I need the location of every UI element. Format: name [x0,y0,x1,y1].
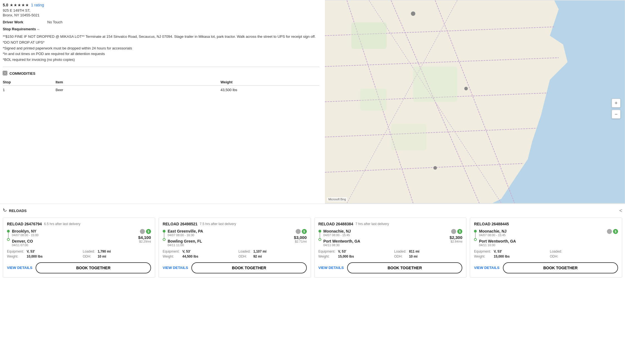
commodities-icon [3,71,7,76]
dest-dot [163,238,165,241]
price-per-mi: $2.29/mi [138,240,151,243]
route-dots [318,229,321,241]
stop-req-value: -- [37,27,39,31]
origin-city: Brooklyn, NY [12,229,138,233]
dest-date: 04/11 07:00 [12,243,138,247]
note-4: *BOL required for invoicing (no photo co… [3,57,319,63]
card-actions: VIEW DETAILS BOOK TOGETHER [318,262,463,273]
col-weight-header: Weight [221,79,320,86]
reload-timing: 6.5 hrs after last delivery [44,222,80,226]
eq-label-equipment: Equipment: [163,250,180,253]
reloads-header: RELOADS < [3,208,622,214]
stop-req-label: Stop Requirements [3,27,36,31]
route-line [8,233,9,238]
rating-link[interactable]: 1 rating [31,3,44,7]
origin-date: 04/07 08:00 - 15:45 [479,233,607,237]
origin-dot [7,230,10,233]
table-row: 1 Beer 43,500 lbs [3,85,319,94]
origin-dot [318,230,321,233]
driver-work-label: Driver Work [3,20,39,24]
equipment-row: Equipment: V, 53' Loaded: 1,107 mi Weigh… [163,250,307,258]
book-together-button[interactable]: BOOK TOGETHER [191,262,307,273]
equipment-row: Equipment: V, 53' Loaded: 1,790 mi Weigh… [7,250,151,258]
collapse-button[interactable]: < [619,208,622,214]
route-info: Moonachie, NJ 04/07 08:00 - 15:45 Port W… [323,229,450,247]
item-cell: Beer [56,85,221,94]
svg-point-20 [411,11,416,16]
eq-value-equipment: V, 53' [182,250,236,253]
route-dots [474,229,477,241]
divider-1 [3,67,319,67]
route-row-origin: Moonachie, NJ 04/07 08:00 - 15:45 Port W… [318,229,463,247]
eq-label-weight: Weight: [474,255,491,258]
dest-date: 04/11 11:00 [168,243,294,247]
dest-city: Denver, CO [12,239,138,243]
svg-rect-16 [352,23,387,49]
svg-rect-19 [391,124,426,150]
price-main: $3,000 [294,235,307,240]
route-info: Brooklyn, NY 04/07 08:00 - 15:00 Denver,… [12,229,138,247]
dest-date: 04/11 08:30 [323,243,450,247]
view-details-button[interactable]: VIEW DETAILS [163,266,188,270]
price-col: $ $3,000 $2.71/mi [294,229,307,243]
driver-work-value: No Touch [47,20,63,24]
price-per-mi: $2.71/mi [294,240,307,243]
reload-card-header: RELOAD 26488445 [474,222,618,226]
eq-value-odh: 92 mi [253,255,307,258]
route-row-origin: Moonachie, NJ 04/07 08:00 - 15:45 Port W… [474,229,618,247]
eq-label-weight: Weight: [7,255,24,258]
eq-value-odh: 10 mi [98,255,151,258]
col-item-header: Item [56,79,221,86]
zoom-out-button[interactable]: − [612,110,621,119]
driver-work-row: Driver Work No Touch [3,20,319,24]
zoom-in-button[interactable]: + [612,99,621,108]
stars: ★★★★★ [10,3,29,7]
rating-row: 5.0 ★★★★★ 1 rating [3,3,319,7]
price-main: $4,100 [138,235,151,240]
status-icons: $ [449,229,462,234]
reload-card: RELOAD 26498521 7.5 hrs after last deliv… [159,218,311,278]
view-details-button[interactable]: VIEW DETAILS [7,266,32,270]
stop-cell: 1 [3,85,56,94]
view-details-button[interactable]: VIEW DETAILS [318,266,344,270]
reloads-icon [3,208,7,213]
status-icon-green: $ [302,229,307,234]
route-row-origin: Brooklyn, NY 04/07 08:00 - 15:00 Denver,… [7,229,151,247]
origin-date: 04/07 08:00 - 15:45 [323,233,450,237]
route-line [320,233,320,238]
reloads-label: RELOADS [9,209,27,213]
equipment-row: Equipment: V, 53' Loaded: Weight: 15,000… [474,250,618,258]
book-together-button[interactable]: BOOK TOGETHER [503,262,618,273]
route-line [475,233,476,238]
route-dots [163,229,165,241]
commodities-header: COMMODITIES [3,71,319,76]
route-dots [7,229,10,241]
route-info: East Greenville, PA 04/07 08:00 - 16:30 … [168,229,294,247]
dest-dot [318,238,321,241]
origin-city: Moonachie, NJ [479,229,607,233]
eq-value-odh: 10 mi [409,255,462,258]
route-row-origin: East Greenville, PA 04/07 08:00 - 16:30 … [163,229,307,247]
note-3: *In and out times on POD are required fo… [3,51,319,57]
notes-section: **$150 FINE IF NOT DROPPED @ MIKASA LOT*… [3,34,319,63]
book-together-button[interactable]: BOOK TOGETHER [36,262,151,273]
origin-dot [474,230,477,233]
book-together-button[interactable]: BOOK TOGETHER [347,262,462,273]
reload-id: RELOAD 26476794 [7,222,42,226]
status-icon-gray [607,229,612,234]
map-svg [325,0,625,204]
reload-card: RELOAD 26488445 Moonachie, NJ 04/07 08:0… [470,218,622,278]
reload-timing: 7.5 hrs after last delivery [200,222,236,226]
note-2: *Signed and printed paperwork must be dr… [3,46,319,51]
eq-value-weight: 10,000 lbs [27,255,80,258]
eq-value-equipment: V, 53' [338,250,391,253]
card-actions: VIEW DETAILS BOOK TOGETHER [163,262,307,273]
reload-card-header: RELOAD 26488384 7 hrs after last deliver… [318,222,463,226]
eq-label-loaded: Loaded: [238,250,250,253]
reload-timing: 7 hrs after last delivery [355,222,389,226]
eq-value-loaded: 811 mi [409,250,462,253]
view-details-button[interactable]: VIEW DETAILS [474,266,499,270]
status-icon-gray [140,229,145,234]
eq-label-equipment: Equipment: [7,250,24,253]
price-per-mi: $2.84/mi [449,240,462,243]
